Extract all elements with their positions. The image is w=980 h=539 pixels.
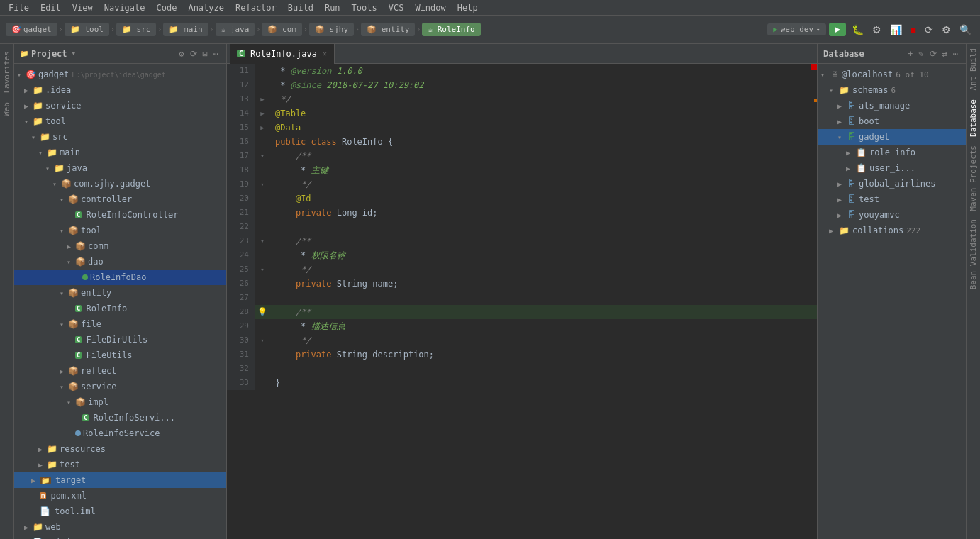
fold-arrow-30[interactable]: ▾: [260, 333, 264, 348]
right-tab-database[interactable]: Database: [967, 95, 980, 141]
tree-item-idea[interactable]: ▶ 📁 .idea: [14, 82, 226, 98]
tree-item-java[interactable]: ▾ 📁 java: [14, 160, 226, 176]
menu-navigate[interactable]: Navigate: [99, 1, 151, 14]
fold-arrow-15[interactable]: ▶: [260, 121, 264, 135]
tree-item-test[interactable]: ▶ 📁 test: [14, 457, 226, 472]
tree-item-roleinfoservice[interactable]: RoleInfoService: [14, 426, 226, 441]
menu-help[interactable]: Help: [452, 1, 484, 14]
tree-item-target[interactable]: ▶ 📁 target: [14, 472, 226, 488]
breadcrumb-main[interactable]: 📁 main: [163, 23, 208, 36]
right-tab-maven[interactable]: Maven Projects: [967, 141, 980, 216]
tree-item-com-sjhy-gadget[interactable]: ▾ 📦 com.sjhy.gadget: [14, 176, 226, 191]
tab-close-roleinfo[interactable]: ✕: [323, 50, 327, 57]
db-add-icon[interactable]: +: [906, 48, 915, 60]
db-item-gadget[interactable]: ▾ 🗄 gadget: [818, 129, 966, 145]
db-item-boot[interactable]: ▶ 🗄 boot: [818, 113, 966, 129]
tree-item-tool[interactable]: ▾ 📁 tool: [14, 113, 226, 129]
line-gutter-15[interactable]: ▶: [255, 121, 269, 135]
breadcrumb-src[interactable]: 📁 src: [116, 23, 157, 36]
tree-item-file[interactable]: ▾ 📦 file: [14, 316, 226, 332]
project-sync-icon[interactable]: ⟳: [188, 48, 199, 60]
menu-code[interactable]: Code: [151, 1, 183, 14]
tree-item-gadget-root[interactable]: ▾ 🎯 gadget E:\project\idea\gadget: [14, 67, 226, 82]
project-collapse-icon[interactable]: ⊟: [201, 48, 210, 60]
tree-item-reflect[interactable]: ▶ 📦 reflect: [14, 363, 226, 379]
tree-item-web[interactable]: ▶ 📁 web: [14, 519, 226, 535]
line-gutter-28[interactable]: 💡: [255, 305, 269, 319]
menu-edit[interactable]: Edit: [35, 1, 67, 14]
db-sync-icon[interactable]: ⇄: [940, 48, 950, 60]
right-tab-ant-build[interactable]: Ant Build: [967, 44, 980, 95]
tree-item-tool-iml[interactable]: 📄 tool.iml: [14, 504, 226, 519]
tree-item-gitignore[interactable]: 📄 .gitignore: [14, 535, 226, 539]
line-gutter-17[interactable]: ▾: [255, 149, 269, 163]
tree-item-tool2[interactable]: ▾ 📦 tool: [14, 223, 226, 238]
tree-item-dao[interactable]: ▾ 📦 dao: [14, 254, 226, 270]
menu-view[interactable]: View: [67, 1, 99, 14]
line-gutter-25[interactable]: ▾: [255, 262, 269, 277]
menu-refactor[interactable]: Refactor: [230, 1, 282, 14]
search-button[interactable]: 🔍: [957, 23, 974, 37]
menu-vcs[interactable]: VCS: [383, 1, 410, 14]
db-item-role-info[interactable]: ▶ 📋 role_info: [818, 145, 966, 160]
menu-run[interactable]: Run: [319, 1, 346, 14]
tree-item-roleinfosvcimpl[interactable]: C RoleInfoServi...: [14, 410, 226, 426]
tree-item-pom[interactable]: m pom.xml: [14, 488, 226, 504]
code-editor[interactable]: 11 * @version 1.0.0 12 * @since 2018-07-…: [227, 64, 817, 539]
profile-button[interactable]: 📊: [887, 23, 905, 37]
project-more-icon[interactable]: ⋯: [211, 48, 221, 60]
tree-item-fileutils[interactable]: C FileUtils: [14, 348, 226, 363]
breadcrumb-tool[interactable]: 📁 tool: [65, 23, 109, 36]
fold-arrow-19[interactable]: ▾: [260, 177, 264, 191]
db-item-global-airlines[interactable]: ▶ 🗄 global_airlines: [818, 176, 966, 191]
tree-item-src[interactable]: ▾ 📁 src: [14, 129, 226, 145]
db-item-user-info[interactable]: ▶ 📋 user_i...: [818, 160, 966, 176]
line-gutter-14[interactable]: ▶: [255, 106, 269, 121]
coverage-button[interactable]: ⚙: [869, 23, 884, 37]
tree-item-main[interactable]: ▾ 📁 main: [14, 145, 226, 160]
run-button[interactable]: ▶: [829, 23, 846, 36]
line-gutter-23[interactable]: ▾: [255, 234, 269, 248]
left-tab-favorites[interactable]: Favorites: [0, 47, 13, 98]
db-item-youyamvc[interactable]: ▶ 🗄 youyamvc: [818, 207, 966, 223]
lightbulb-icon[interactable]: 💡: [257, 305, 267, 319]
tree-item-roleinfocontroller[interactable]: C RoleInfoController: [14, 207, 226, 223]
right-tab-bean[interactable]: Bean Validation: [967, 215, 980, 294]
breadcrumb-sjhy[interactable]: 📦 sjhy: [309, 23, 354, 36]
project-gear-icon[interactable]: ⚙: [177, 48, 186, 60]
db-more-icon[interactable]: ⋯: [951, 48, 960, 60]
project-dropdown-arrow[interactable]: ▾: [72, 49, 77, 58]
tree-item-service1[interactable]: ▶ 📁 service: [14, 98, 226, 113]
line-gutter-19[interactable]: ▾: [255, 177, 269, 191]
tree-item-filedirutils[interactable]: C FileDirUtils: [14, 332, 226, 348]
fold-arrow-14[interactable]: ▶: [260, 106, 264, 121]
db-item-test[interactable]: ▶ 🗄 test: [818, 191, 966, 207]
menu-build[interactable]: Build: [282, 1, 319, 14]
left-tab-web[interactable]: Web: [0, 98, 13, 121]
tree-item-roleinfo[interactable]: C RoleInfo: [14, 301, 226, 316]
db-edit-icon[interactable]: ✎: [916, 48, 925, 60]
line-gutter-13[interactable]: ▶: [255, 92, 269, 106]
debug-button[interactable]: 🐛: [849, 23, 867, 37]
menu-analyze[interactable]: Analyze: [182, 1, 230, 14]
tree-item-controller[interactable]: ▾ 📦 controller: [14, 191, 226, 207]
tree-item-entity[interactable]: ▾ 📦 entity: [14, 285, 226, 301]
editor-tab-roleinfo[interactable]: C RoleInfo.java ✕: [230, 44, 335, 64]
breadcrumb-entity[interactable]: 📦 entity: [361, 23, 415, 36]
tree-item-roleinfodao[interactable]: RoleInfoDao: [14, 270, 226, 285]
breadcrumb-com[interactable]: 📦 com: [262, 23, 302, 36]
db-item-schemas[interactable]: ▾ 📁 schemas 6: [818, 82, 966, 98]
fold-arrow-25[interactable]: ▾: [260, 262, 264, 277]
db-refresh-icon[interactable]: ⟳: [928, 48, 939, 60]
db-item-collations[interactable]: ▶ 📁 collations 222: [818, 223, 966, 238]
line-gutter-30[interactable]: ▾: [255, 333, 269, 348]
breadcrumb-java[interactable]: ☕ java: [216, 23, 255, 36]
sync-button[interactable]: ⟳: [922, 23, 936, 37]
stop-button[interactable]: ■: [908, 23, 919, 37]
tree-item-resources[interactable]: ▶ 📁 resources: [14, 441, 226, 457]
menu-window[interactable]: Window: [409, 1, 451, 14]
fold-arrow-23[interactable]: ▾: [260, 234, 264, 248]
menu-file[interactable]: File: [3, 1, 35, 14]
breadcrumb-gadget[interactable]: 🎯 gadget: [6, 23, 57, 36]
run-config-selector[interactable]: ▶ web-dev ▾: [767, 23, 825, 35]
